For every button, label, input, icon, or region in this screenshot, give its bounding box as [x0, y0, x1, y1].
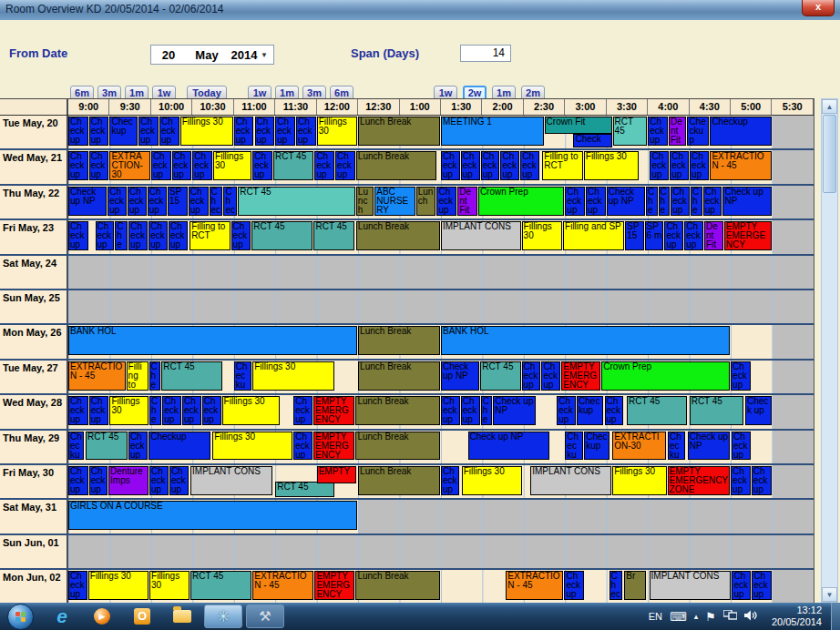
event-checkup[interactable]: Checkup — [586, 187, 606, 216]
event-checkup[interactable]: Checkup — [659, 187, 671, 216]
event-checkup[interactable]: Checkup — [691, 187, 702, 216]
event-checkup[interactable]: Checkup — [541, 361, 560, 391]
event-checkup[interactable]: Checkup — [68, 396, 88, 425]
event-checkup[interactable]: Checkup — [149, 432, 210, 461]
network-icon[interactable] — [723, 610, 737, 623]
event-checkup[interactable]: Checkup — [148, 187, 167, 216]
event-checkup[interactable]: Checkup — [159, 117, 179, 146]
row-track[interactable]: CheckupCheckupEXTRACTION-30CheckupChecku… — [68, 150, 814, 183]
event-checkup[interactable]: Checkup — [149, 396, 161, 425]
event-checkup[interactable]: Checkup — [68, 221, 88, 250]
event-checkup[interactable]: Checkup — [109, 117, 138, 146]
event-implant[interactable]: IMPLANT CONS — [530, 466, 611, 495]
event-checkup[interactable]: Check up NP — [441, 361, 479, 391]
span-days-input[interactable]: 14 — [460, 45, 511, 62]
event-extraction[interactable]: EXTRACTION - 45 — [252, 571, 313, 600]
scheduler-app-button[interactable]: ✳ — [204, 605, 242, 628]
event-checkup[interactable]: Checkup — [565, 187, 585, 216]
event-checkup[interactable]: Checkup — [255, 117, 275, 146]
event-checkup[interactable]: Checkup — [520, 151, 539, 180]
event-checkup[interactable]: Checkup — [182, 396, 201, 425]
row-track[interactable]: EXTRACTION - 45Filling to RCTCheckupRCT … — [68, 361, 814, 393]
event-fillings[interactable]: Fillings 30 — [212, 432, 292, 461]
event-fillings[interactable]: Filling to RCT — [190, 221, 230, 250]
event-fillings[interactable]: Fillings 30 — [88, 571, 149, 600]
event-lunch[interactable]: Br — [624, 571, 646, 600]
event-fillings[interactable]: Fillings 30 — [222, 396, 281, 425]
event-checkup[interactable]: Checkup — [275, 117, 295, 146]
event-checkup[interactable]: Checkup — [732, 571, 751, 600]
event-dentfit[interactable]: Dent Fit — [457, 187, 477, 216]
date-day[interactable]: 20 — [151, 48, 186, 62]
event-checkup[interactable]: Checkup — [687, 117, 709, 146]
event-checkup[interactable]: Checkup — [293, 432, 312, 461]
taskbar-clock[interactable]: 13:12 20/05/2014 — [764, 605, 829, 628]
event-checkup[interactable]: Checkup — [441, 151, 460, 180]
event-fillings[interactable]: Fillings 30 — [317, 117, 357, 146]
event-lunch[interactable]: Lunch Break — [356, 151, 437, 180]
event-checkup[interactable]: Checkup — [752, 466, 772, 495]
keyboard-icon[interactable]: ⌨ — [670, 611, 687, 623]
event-crownfit[interactable]: Crown Fit — [545, 117, 612, 134]
event-lunch[interactable]: Lunch Break — [355, 571, 440, 600]
row-track[interactable]: CheckupCheckupFillings 30CheckupCheckupC… — [68, 395, 814, 428]
event-checkup[interactable]: Checkup — [684, 221, 703, 250]
event-rct[interactable]: RCT 45 — [86, 432, 128, 461]
event-checkup[interactable]: SP 6 m — [645, 221, 664, 250]
event-fillings[interactable]: Fillings 30 — [462, 466, 522, 495]
event-checkup[interactable]: Check — [573, 134, 611, 147]
event-checkup[interactable]: Check up — [745, 396, 772, 425]
event-rct[interactable]: RCT 45 — [690, 396, 743, 425]
event-checkup[interactable]: Checkup — [731, 466, 751, 495]
speaker-icon[interactable] — [744, 610, 757, 623]
event-checkup[interactable]: Check up NP — [468, 432, 550, 461]
event-empty[interactable]: EMPTY EMERGENCY ZONE — [724, 221, 772, 250]
row-track[interactable]: CheckupCheckupDenture ImpsCheckupCheckup… — [68, 465, 814, 498]
event-crownprep[interactable]: Crown Prep — [478, 187, 564, 216]
event-empty[interactable]: EMPTY EMERGENCY ZONE — [668, 466, 731, 495]
event-checkup[interactable]: Checkup — [441, 396, 460, 425]
event-checkup[interactable]: Checkup — [461, 396, 480, 425]
event-extraction[interactable]: EXTRACTION - 45 — [710, 151, 771, 180]
event-checkup[interactable]: Checkup — [646, 187, 658, 216]
media-player-icon[interactable]: ▶ — [88, 605, 116, 628]
event-checkup[interactable]: Checkup — [151, 151, 171, 180]
vertical-scrollbar[interactable]: ▲ ▼ — [821, 98, 838, 603]
show-desktop-button[interactable] — [831, 603, 840, 630]
event-checkup[interactable]: Checkup — [752, 571, 771, 600]
event-empty[interactable]: EMPTY — [317, 466, 356, 483]
event-checkup[interactable]: Checkup — [564, 571, 583, 600]
event-lunch[interactable]: Lunch Break — [358, 326, 440, 355]
row-track[interactable] — [68, 535, 814, 568]
event-checkup[interactable]: Checkup — [128, 432, 148, 461]
event-checkup[interactable]: Checkup — [710, 117, 771, 146]
event-checkup[interactable]: Checkup — [690, 151, 709, 180]
event-checkup[interactable]: Checkup — [293, 396, 312, 425]
event-checkup[interactable]: Checkup — [252, 151, 272, 180]
event-fillings[interactable]: Fillings 30 — [522, 221, 562, 250]
event-rct[interactable]: RCT 45 — [251, 221, 312, 250]
event-extraction[interactable]: EXTRACTION - 45 — [506, 571, 562, 600]
event-fillings[interactable]: Fillings 30 — [584, 151, 639, 180]
event-rct[interactable]: RCT 45 — [480, 361, 520, 391]
event-checkup[interactable]: Checkup — [89, 396, 109, 425]
start-button[interactable] — [7, 604, 34, 630]
row-track[interactable]: BANK HOLLunch BreakBANK HOL — [68, 325, 814, 358]
event-checkup[interactable]: Checkup — [461, 151, 480, 180]
event-checkup[interactable]: Checkup — [202, 396, 221, 425]
event-checkup[interactable]: Checkup — [500, 151, 519, 180]
event-checkup[interactable]: Checkup — [668, 432, 685, 461]
event-checkup[interactable]: Check up NP — [607, 187, 645, 216]
event-empty[interactable]: EMPTY EMERGENCY ZONE — [313, 432, 354, 461]
event-checkup[interactable]: Checkup — [162, 396, 181, 425]
event-meeting[interactable]: GIRLS ON A COURSE — [68, 501, 357, 530]
event-checkup[interactable]: Checkup — [68, 117, 88, 146]
row-track[interactable]: GIRLS ON A COURSE — [68, 500, 814, 533]
row-track[interactable]: CheckupCheckupCheckupCheckupCheckupFilli… — [68, 116, 814, 148]
event-checkup[interactable]: SP 15 — [625, 221, 643, 250]
folder-icon[interactable] — [169, 605, 196, 628]
event-checkup[interactable]: Checkup — [234, 361, 251, 391]
event-checkup[interactable]: Checkup — [557, 396, 576, 425]
event-lunch[interactable]: Lunch Break — [355, 432, 440, 461]
event-checkup[interactable]: Checkup — [68, 571, 87, 600]
